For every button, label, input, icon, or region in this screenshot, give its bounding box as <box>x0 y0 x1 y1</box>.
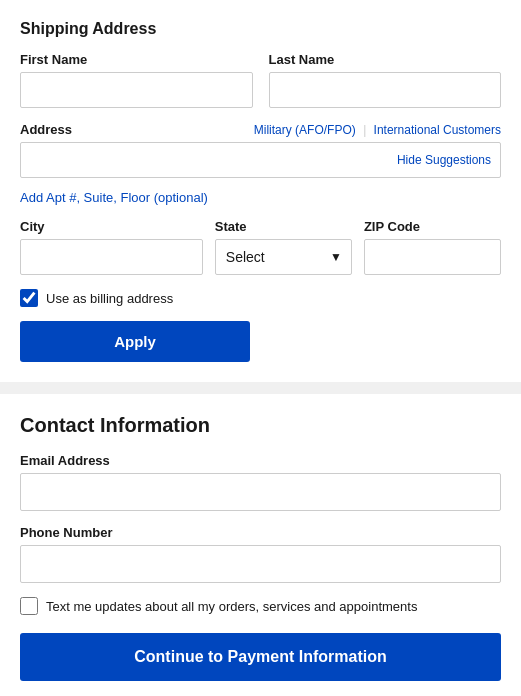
city-input[interactable] <box>20 239 203 275</box>
city-label: City <box>20 219 203 234</box>
apply-button[interactable]: Apply <box>20 321 250 362</box>
email-input[interactable] <box>20 473 501 511</box>
hide-suggestions-button[interactable]: Hide Suggestions <box>397 153 491 167</box>
text-updates-row: Text me updates about all my orders, ser… <box>20 597 501 615</box>
last-name-input[interactable] <box>269 72 502 108</box>
name-row: First Name Last Name <box>20 52 501 108</box>
state-group: State SelectALAKAZARCACOCTDEFLGAHIIDILIN… <box>215 219 352 275</box>
address-row: Address Military (AFO/FPO) | Internation… <box>20 122 501 178</box>
text-updates-label[interactable]: Text me updates about all my orders, ser… <box>46 599 417 614</box>
zip-label: ZIP Code <box>364 219 501 234</box>
last-name-group: Last Name <box>269 52 502 108</box>
state-select-wrap: SelectALAKAZARCACOCTDEFLGAHIIDILINIAKSKY… <box>215 239 352 275</box>
address-links: Military (AFO/FPO) | International Custo… <box>254 123 501 137</box>
zip-group: ZIP Code <box>364 219 501 275</box>
address-input-wrap: Hide Suggestions <box>20 142 501 178</box>
last-name-label: Last Name <box>269 52 502 67</box>
contact-section: Contact Information Email Address Phone … <box>0 394 521 696</box>
city-group: City <box>20 219 203 275</box>
billing-checkbox[interactable] <box>20 289 38 307</box>
billing-checkbox-label[interactable]: Use as billing address <box>46 291 173 306</box>
shipping-address-section: Shipping Address First Name Last Name Ad… <box>0 0 521 382</box>
continue-button[interactable]: Continue to Payment Information <box>20 633 501 681</box>
military-link[interactable]: Military (AFO/FPO) <box>254 123 356 137</box>
email-label: Email Address <box>20 453 501 468</box>
first-name-group: First Name <box>20 52 253 108</box>
link-separator: | <box>363 123 366 137</box>
first-name-label: First Name <box>20 52 253 67</box>
phone-input[interactable] <box>20 545 501 583</box>
shipping-section-title: Shipping Address <box>20 20 501 38</box>
phone-label: Phone Number <box>20 525 501 540</box>
add-apt-link[interactable]: Add Apt #, Suite, Floor (optional) <box>20 190 208 205</box>
address-header: Address Military (AFO/FPO) | Internation… <box>20 122 501 137</box>
address-label: Address <box>20 122 72 137</box>
contact-section-title: Contact Information <box>20 414 501 437</box>
first-name-input[interactable] <box>20 72 253 108</box>
billing-checkbox-row: Use as billing address <box>20 289 501 307</box>
phone-group: Phone Number <box>20 525 501 583</box>
email-group: Email Address <box>20 453 501 511</box>
international-link[interactable]: International Customers <box>374 123 501 137</box>
state-label: State <box>215 219 352 234</box>
text-updates-checkbox[interactable] <box>20 597 38 615</box>
zip-input[interactable] <box>364 239 501 275</box>
city-state-zip-row: City State SelectALAKAZARCACOCTDEFLGAHII… <box>20 219 501 275</box>
state-select[interactable]: SelectALAKAZARCACOCTDEFLGAHIIDILINIAKSKY… <box>215 239 352 275</box>
